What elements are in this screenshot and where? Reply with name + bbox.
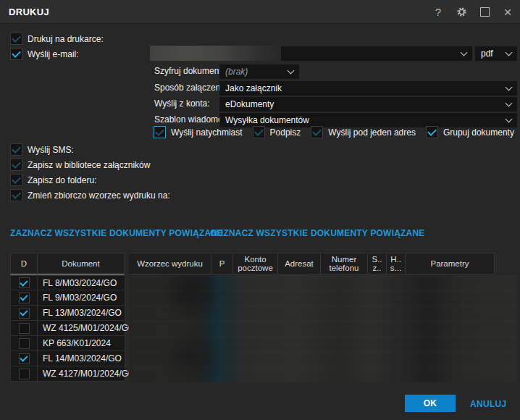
send-account-label: Wyślij z konta: xyxy=(154,98,210,109)
column-header-adresat[interactable]: Adresat xyxy=(278,253,321,274)
print-on-printer-checkbox[interactable] xyxy=(10,33,22,45)
check-icon xyxy=(12,175,21,184)
row-checkbox[interactable] xyxy=(19,369,30,379)
document-cell: FL 8/M03/2024/GO xyxy=(38,275,125,290)
chevron-down-icon xyxy=(288,67,295,75)
check-icon xyxy=(12,190,21,199)
document-table: FL 8/M03/2024/GO FL 9/M03/2024/GO FL 13/… xyxy=(10,275,125,382)
document-cell: WZ 4127/M01/2024/GO xyxy=(38,366,125,382)
send-single-address-label: Wyślij pod jeden adres xyxy=(328,127,416,138)
print-on-printer-label: Drukuj na drukarce: xyxy=(28,34,104,44)
send-account-value: eDokumenty xyxy=(225,99,502,109)
email-address-select[interactable] xyxy=(281,46,472,61)
attach-mode-value: Jako załącznik xyxy=(225,83,502,93)
save-library-checkbox[interactable] xyxy=(10,159,22,171)
row-checkbox[interactable] xyxy=(19,353,30,364)
ok-button[interactable]: OK xyxy=(405,395,456,412)
column-header-d[interactable]: D xyxy=(10,253,38,274)
dialog-title: DRUKUJ xyxy=(9,7,49,17)
email-options-row: Wyślij natychmiast Podpisz Wyślij pod je… xyxy=(154,126,520,138)
check-icon xyxy=(155,127,164,136)
group-documents-checkbox[interactable] xyxy=(426,126,438,138)
table-header: D Dokument Wzorzec wydruku P Konto poczt… xyxy=(10,253,495,274)
check-icon xyxy=(312,127,322,136)
send-sms-label: Wyślij SMS: xyxy=(28,145,74,155)
chevron-down-icon xyxy=(506,116,513,123)
change-print-template-label: Zmień zbiorczo wzorzec wydruku na: xyxy=(28,190,170,201)
column-header-parametry[interactable]: Parametry xyxy=(406,253,495,274)
titlebar: DRUKUJ ? × xyxy=(0,0,520,24)
send-email-label: Wyślij e-mail: xyxy=(28,49,79,59)
table-row[interactable]: FL 8/M03/2024/GO xyxy=(10,275,125,290)
change-print-template-checkbox[interactable] xyxy=(10,189,22,201)
send-single-address-checkbox[interactable] xyxy=(311,126,323,138)
row-checkbox[interactable] xyxy=(19,338,30,349)
table-row[interactable]: FL 13/M03/2024/GO xyxy=(10,306,125,321)
template-select[interactable]: Wysyłka dokumentów xyxy=(219,113,517,127)
check-icon xyxy=(20,278,28,286)
encrypt-label: Szyfruj dokument: xyxy=(154,66,224,76)
check-icon xyxy=(20,323,28,331)
row-checkbox[interactable] xyxy=(19,293,30,303)
table-redacted-area xyxy=(129,275,517,382)
close-icon[interactable]: × xyxy=(501,5,514,18)
send-immediately-label: Wyślij natychmiast xyxy=(171,127,243,138)
column-header-sz[interactable]: S.. z.. xyxy=(368,253,387,274)
check-icon xyxy=(254,127,264,136)
column-header-numer[interactable]: Numer telefonu xyxy=(321,253,368,274)
help-icon[interactable]: ? xyxy=(432,5,445,18)
sign-label: Podpisz xyxy=(270,127,301,138)
check-icon xyxy=(20,369,28,377)
cancel-button[interactable]: ANULUJ xyxy=(470,399,506,409)
document-cell: WZ 4125/M01/2024/GO xyxy=(38,321,125,336)
document-cell: FL 9/M03/2024/GO xyxy=(38,290,125,306)
attach-mode-select[interactable]: Jako załącznik xyxy=(219,81,517,96)
check-icon xyxy=(12,144,21,154)
group-documents-label: Grupuj dokumenty xyxy=(443,127,514,138)
save-folder-checkbox[interactable] xyxy=(10,174,22,186)
chevron-down-icon xyxy=(506,100,513,107)
select-all-link[interactable]: ZAZNACZ WSZYSTKIE DOKUMENTY POWIĄZANE xyxy=(10,228,224,238)
chevron-down-icon xyxy=(506,84,513,91)
deselect-all-link[interactable]: ODZNACZ WSZYSTKIE DOKUMENTY POWIĄZANE xyxy=(210,228,425,238)
check-icon xyxy=(427,127,437,136)
check-icon xyxy=(20,308,28,316)
send-immediately-checkbox[interactable] xyxy=(154,126,166,138)
document-cell: FL 13/M03/2024/GO xyxy=(38,306,125,321)
document-cell: KP 663/K01/2024 xyxy=(38,336,125,351)
check-icon xyxy=(20,353,28,361)
format-value: pdf xyxy=(481,49,502,59)
email-recipient-field[interactable] xyxy=(150,46,279,61)
format-select[interactable]: pdf xyxy=(475,46,517,61)
encrypt-value: (brak) xyxy=(225,67,284,77)
chevron-down-icon xyxy=(506,49,513,56)
send-email-checkbox[interactable] xyxy=(10,48,22,60)
column-header-konto[interactable]: Konto pocztowe xyxy=(233,253,278,274)
template-value: Wysyłka dokumentów xyxy=(225,115,502,125)
table-row[interactable]: WZ 4125/M01/2024/GO xyxy=(10,321,125,336)
row-checkbox[interactable] xyxy=(19,323,30,334)
check-icon xyxy=(12,33,21,43)
sign-checkbox[interactable] xyxy=(253,126,265,138)
table-row[interactable]: KP 663/K01/2024 xyxy=(10,336,125,351)
document-cell: FL 14/M03/2024/GO xyxy=(38,351,125,366)
maximize-icon[interactable] xyxy=(478,5,491,18)
check-icon xyxy=(12,49,21,58)
table-row[interactable]: FL 14/M03/2024/GO xyxy=(10,351,125,366)
row-checkbox[interactable] xyxy=(19,308,30,319)
column-header-p[interactable]: P xyxy=(211,253,233,274)
column-header-dokument[interactable]: Dokument xyxy=(38,253,125,274)
row-checkbox[interactable] xyxy=(19,277,30,288)
send-account-select[interactable]: eDokumenty xyxy=(219,97,517,112)
save-folder-label: Zapisz do folderu: xyxy=(28,175,96,185)
print-dialog: DRUKUJ ? × Drukuj na drukarce: Wyślij e-… xyxy=(0,0,520,420)
table-row[interactable]: FL 9/M03/2024/GO xyxy=(10,290,125,306)
column-header-wzorzec[interactable]: Wzorzec wydruku xyxy=(129,253,211,274)
check-icon xyxy=(12,159,21,169)
send-sms-checkbox[interactable] xyxy=(10,143,22,156)
gear-icon[interactable] xyxy=(455,5,468,18)
column-header-hs[interactable]: H.. s... xyxy=(387,253,406,274)
check-icon xyxy=(20,338,28,346)
encrypt-select[interactable]: (brak) xyxy=(219,64,299,79)
table-row[interactable]: WZ 4127/M01/2024/GO xyxy=(10,366,125,382)
